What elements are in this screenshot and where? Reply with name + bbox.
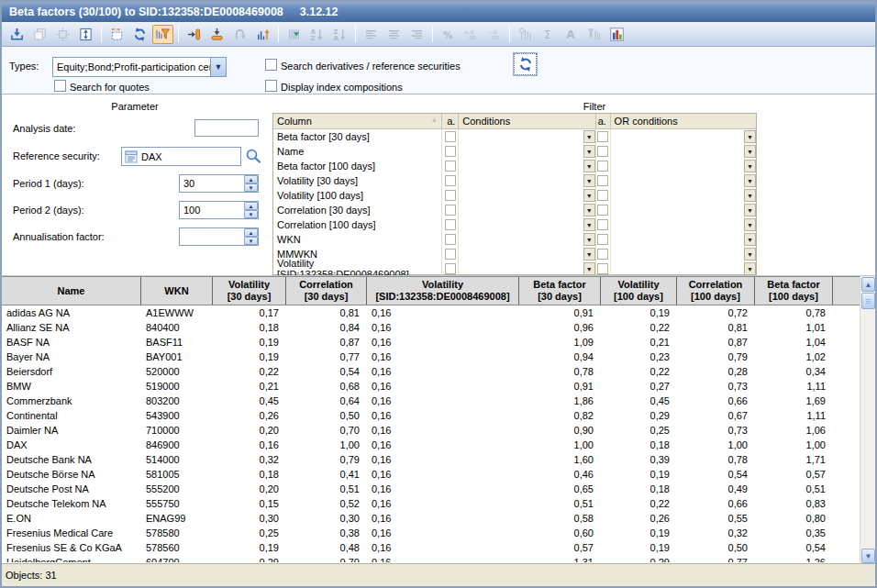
table-row[interactable]: Commerzbank8032000,450,640,161,860,450,6… <box>2 394 860 408</box>
toolbar-move-down-button[interactable] <box>206 25 228 44</box>
chevron-down-icon[interactable]: ▼ <box>583 130 595 143</box>
chevron-down-icon[interactable]: ▼ <box>583 174 595 187</box>
and-checkbox[interactable] <box>597 219 608 230</box>
table-row[interactable]: Fresenius SE & Co KGaA5785600,190,480,16… <box>2 540 860 555</box>
column-header[interactable]: Correlation[30 days] <box>286 277 367 305</box>
toolbar-export-button[interactable] <box>6 25 28 44</box>
and-checkbox[interactable] <box>597 234 608 245</box>
filter-conditions-cell[interactable]: ▼ <box>459 144 595 159</box>
table-row[interactable]: Deutsche Telekom NA5557500,150,520,160,5… <box>2 496 860 511</box>
filter-or-cell[interactable]: ▼ <box>611 217 756 232</box>
column-header[interactable]: Volatility[SID:132358:DE0008469008] <box>367 277 519 305</box>
and-checkbox[interactable] <box>445 131 456 142</box>
and-checkbox[interactable] <box>445 190 456 201</box>
chevron-down-icon[interactable]: ▼ <box>583 204 595 216</box>
toolbar-index-members-button[interactable] <box>283 25 305 44</box>
table-row[interactable]: Continental5439000,260,500,160,820,290,6… <box>2 408 860 423</box>
filter-or-header[interactable]: OR conditions <box>611 114 756 128</box>
and-checkbox[interactable] <box>445 205 456 216</box>
table-row[interactable]: BMW5190000,210,680,160,910,270,731,11 <box>2 379 860 394</box>
and-checkbox[interactable] <box>445 234 456 245</box>
column-header[interactable]: Beta factor[30 days] <box>519 277 601 305</box>
chevron-down-icon[interactable]: ▼ <box>583 218 595 231</box>
chevron-down-icon[interactable]: ▼ <box>744 248 756 261</box>
display-index-checkbox[interactable] <box>265 80 277 92</box>
filter-and2-header[interactable]: a. <box>596 114 611 128</box>
table-row[interactable]: Beiersdorf5200000,220,540,160,780,220,28… <box>2 364 860 379</box>
table-row[interactable]: DAX8469000,161,000,161,000,181,001,00 <box>2 438 860 452</box>
reference-security-input[interactable]: DAX <box>121 147 241 166</box>
spin-up-icon[interactable]: ▲ <box>244 175 258 183</box>
chevron-down-icon[interactable]: ▼ <box>744 233 756 246</box>
filter-or-cell[interactable]: ▼ <box>611 159 756 173</box>
filter-or-cell[interactable]: ▼ <box>611 129 756 144</box>
scroll-up-icon[interactable]: ▲ <box>861 277 875 292</box>
spin-down-icon[interactable]: ▼ <box>244 210 258 218</box>
and-checkbox[interactable] <box>445 146 456 157</box>
filter-conditions-cell[interactable]: ▼ <box>459 188 595 203</box>
spin-up-icon[interactable]: ▲ <box>244 202 258 210</box>
spin-down-icon[interactable]: ▼ <box>244 183 258 192</box>
filter-or-cell[interactable]: ▼ <box>611 188 756 203</box>
and-checkbox[interactable] <box>597 175 608 186</box>
table-row[interactable]: HeidelbergCement6047000,290,700,161,310,… <box>2 555 860 562</box>
and-checkbox[interactable] <box>445 219 456 230</box>
toolbar-sort-values-button[interactable] <box>252 25 273 44</box>
chevron-down-icon[interactable]: ▼ <box>744 130 756 143</box>
column-header[interactable]: Beta factor[100 days] <box>755 277 833 305</box>
table-row[interactable]: BASF NABASF110,190,870,161,090,210,871,0… <box>2 335 860 349</box>
chevron-down-icon[interactable]: ▼ <box>744 204 756 216</box>
spin-up-icon[interactable]: ▲ <box>244 228 258 237</box>
scroll-down-icon[interactable]: ▼ <box>861 549 875 563</box>
toolbar-filter-button[interactable] <box>152 25 173 44</box>
and-checkbox[interactable] <box>597 146 608 157</box>
scrollbar-thumb[interactable] <box>861 293 875 309</box>
filter-conditions-cell[interactable]: ▼ <box>459 129 595 144</box>
toolbar-fit-height-button[interactable] <box>75 25 96 44</box>
filter-conditions-cell[interactable]: ▼ <box>459 203 595 217</box>
table-row[interactable]: E.ONENAG990,300,300,160,580,260,550,80 <box>2 511 860 526</box>
chevron-down-icon[interactable]: ▼ <box>744 189 756 202</box>
filter-conditions-cell[interactable]: ▼ <box>459 159 595 173</box>
analysis-date-input[interactable] <box>194 119 259 137</box>
chevron-down-icon[interactable]: ▼ <box>583 160 595 172</box>
chevron-down-icon[interactable]: ▼ <box>744 218 756 231</box>
filter-conditions-cell[interactable]: ▼ <box>459 247 595 261</box>
and-checkbox[interactable] <box>597 263 608 274</box>
column-header[interactable]: Name <box>2 277 141 305</box>
filter-column-header[interactable]: Column▲ <box>273 114 442 128</box>
search-derivatives-checkbox[interactable] <box>265 59 277 71</box>
chevron-down-icon[interactable]: ▼ <box>583 248 595 261</box>
filter-or-cell[interactable]: ▼ <box>611 232 756 247</box>
column-header[interactable]: WKN <box>141 277 213 305</box>
table-row[interactable]: Daimler NA7100000,200,700,160,900,250,73… <box>2 423 860 438</box>
toolbar-chart-button[interactable] <box>606 25 627 44</box>
column-header[interactable]: Volatility[100 days] <box>601 277 677 305</box>
chevron-down-icon[interactable]: ▼ <box>744 145 756 158</box>
filter-conditions-cell[interactable]: ▼ <box>459 173 595 188</box>
period1-stepper[interactable]: 30 ▲▼ <box>179 174 259 193</box>
annualisation-stepper[interactable]: ▲▼ <box>179 227 259 246</box>
table-row[interactable]: Allianz SE NA8404000,180,840,160,960,220… <box>2 320 860 335</box>
types-select[interactable]: Equity;Bond;Profit-participation certifi… <box>52 57 227 77</box>
filter-conditions-header[interactable]: Conditions <box>459 114 595 128</box>
filter-or-cell[interactable]: ▼ <box>611 247 756 261</box>
chevron-down-icon[interactable]: ▼ <box>583 189 595 202</box>
search-quotes-checkbox[interactable] <box>54 80 66 92</box>
filter-or-cell[interactable]: ▼ <box>611 173 756 188</box>
table-row[interactable]: adidas AG NAA1EWWW0,170,810,160,910,190,… <box>2 305 860 320</box>
chevron-down-icon[interactable]: ▼ <box>744 174 756 187</box>
table-row[interactable]: Deutsche Bank NA5140000,320,790,161,600,… <box>2 452 860 467</box>
table-row[interactable]: Deutsche Post NA5552000,200,510,160,650,… <box>2 482 860 496</box>
and-checkbox[interactable] <box>597 205 608 216</box>
period2-stepper[interactable]: 100 ▲▼ <box>179 201 259 219</box>
and-checkbox[interactable] <box>445 161 456 172</box>
and-checkbox[interactable] <box>597 190 608 201</box>
chevron-down-icon[interactable]: ▼ <box>744 160 756 172</box>
chevron-down-icon[interactable]: ▼ <box>744 262 756 275</box>
search-icon[interactable] <box>244 147 262 165</box>
filter-or-cell[interactable]: ▼ <box>611 203 756 217</box>
and-checkbox[interactable] <box>445 249 456 260</box>
table-row[interactable]: Deutsche Börse NA5810050,180,410,160,460… <box>2 467 860 482</box>
execute-search-button[interactable] <box>514 53 537 75</box>
